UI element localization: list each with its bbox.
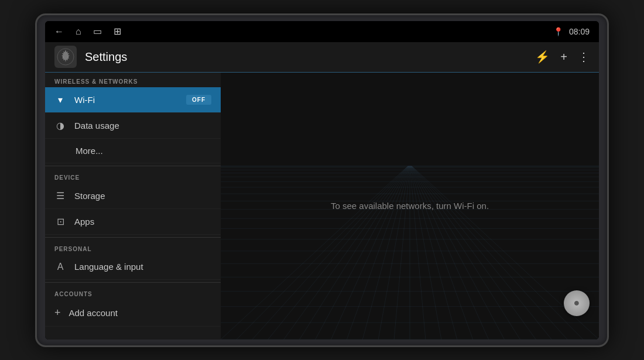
- more-label: More...: [76, 146, 211, 156]
- main-content: WIRELESS & NETWORKS ▾ Wi-Fi OFF ◑ Data u…: [45, 73, 599, 340]
- res-button[interactable]: RES: [35, 114, 36, 133]
- section-device: DEVICE: [45, 169, 221, 183]
- section-wireless: WIRELESS & NETWORKS: [45, 73, 221, 87]
- add-account-label: Add account: [69, 308, 211, 318]
- add-action-icon[interactable]: +: [560, 50, 567, 64]
- menu-icon[interactable]: ⊞: [114, 26, 121, 37]
- app-header: Settings ⚡ + ⋮: [45, 42, 599, 73]
- language-icon: A: [54, 262, 66, 272]
- content-area: To see available networks, turn Wi-Fi on…: [221, 73, 599, 340]
- device-frame: RES TF MIC ← ⌂ ▭ ⊞ 📍 08:09: [35, 13, 609, 347]
- apps-icon: ⊡: [54, 216, 66, 227]
- settings-app-icon: [54, 46, 77, 68]
- wifi-icon: ▾: [54, 94, 66, 105]
- apps-label: Apps: [74, 217, 211, 227]
- status-bar: ← ⌂ ▭ ⊞ 📍 08:09: [45, 21, 599, 42]
- status-right: 📍 08:09: [553, 27, 590, 36]
- sidebar-item-add-account[interactable]: + Add account: [45, 300, 221, 327]
- scroll-indicator: ●: [574, 297, 580, 309]
- section-accounts: ACCOUNTS: [45, 285, 221, 300]
- screen: ← ⌂ ▭ ⊞ 📍 08:09 Settings ⚡ +: [45, 21, 599, 340]
- section-personal: PERSONAL: [45, 240, 221, 255]
- wifi-message: To see available networks, turn Wi-Fi on…: [331, 201, 489, 211]
- tf-label: TF: [35, 143, 36, 148]
- recent-icon[interactable]: ▭: [93, 26, 102, 37]
- gps-icon: 📍: [553, 27, 563, 36]
- divider-1: [45, 166, 221, 166]
- storage-label: Storage: [74, 191, 211, 201]
- sidebar-item-data-usage[interactable]: ◑ Data usage: [45, 113, 221, 139]
- storage-icon: ☰: [54, 190, 66, 201]
- mic-label: MIC: [35, 164, 36, 171]
- side-buttons: RES TF MIC: [35, 114, 36, 177]
- mic-button[interactable]: MIC: [35, 159, 36, 177]
- language-label: Language & input: [74, 262, 211, 272]
- sidebar-item-language[interactable]: A Language & input: [45, 255, 221, 280]
- status-time: 08:09: [569, 27, 590, 36]
- data-usage-icon: ◑: [54, 120, 66, 131]
- home-icon[interactable]: ⌂: [76, 26, 81, 37]
- more-action-icon[interactable]: ⋮: [578, 50, 590, 64]
- sidebar-item-wifi[interactable]: ▾ Wi-Fi OFF: [45, 87, 221, 113]
- header-actions: ⚡ + ⋮: [535, 50, 590, 64]
- divider-3: [45, 282, 221, 283]
- sidebar-item-more[interactable]: More...: [45, 139, 221, 163]
- res-label: RES: [35, 120, 36, 127]
- nav-icons: ← ⌂ ▭ ⊞: [54, 26, 121, 37]
- data-usage-label: Data usage: [74, 121, 211, 131]
- add-account-icon: +: [54, 307, 61, 319]
- wifi-toggle[interactable]: OFF: [186, 95, 211, 105]
- back-icon[interactable]: ←: [54, 26, 64, 37]
- scroll-button[interactable]: ●: [564, 290, 590, 316]
- sidebar-item-apps[interactable]: ⊡ Apps: [45, 209, 221, 235]
- sidebar-item-storage[interactable]: ☰ Storage: [45, 183, 221, 209]
- sidebar: WIRELESS & NETWORKS ▾ Wi-Fi OFF ◑ Data u…: [45, 73, 221, 340]
- app-title: Settings: [85, 50, 527, 64]
- tf-button[interactable]: TF: [35, 136, 36, 155]
- divider-2: [45, 237, 221, 238]
- wifi-label: Wi-Fi: [74, 95, 178, 105]
- flash-action-icon[interactable]: ⚡: [535, 50, 550, 64]
